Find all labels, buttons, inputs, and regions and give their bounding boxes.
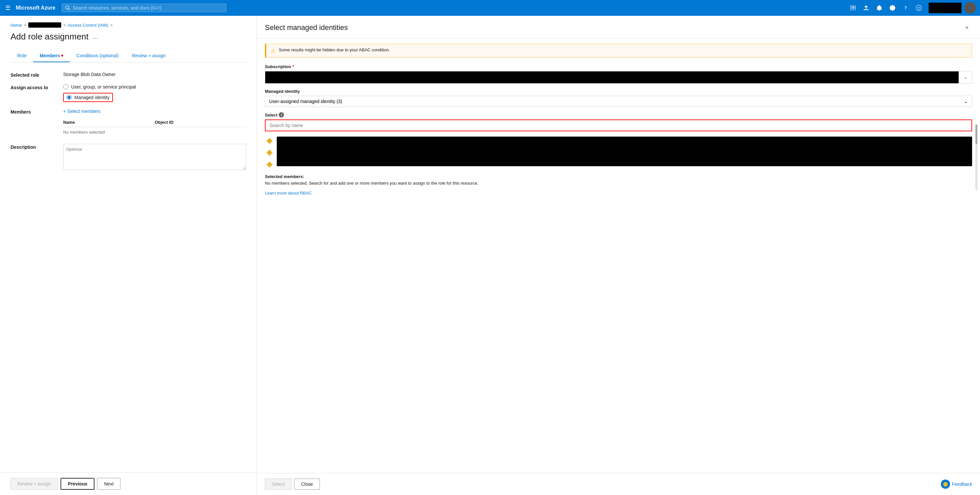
members-table-body: No members selected: [63, 127, 246, 137]
tab-members[interactable]: Members: [33, 50, 70, 62]
global-search-bar[interactable]: [62, 4, 226, 12]
selected-role-value: Storage Blob Data Owner: [63, 72, 246, 77]
selected-members-info: Selected members: No members selected. S…: [265, 173, 972, 186]
description-textarea[interactable]: [63, 144, 246, 170]
review-assign-button[interactable]: Review + assign: [11, 478, 58, 490]
subscription-label: Subscription *: [265, 64, 972, 69]
upload-icon[interactable]: [860, 2, 872, 14]
assign-access-row: Assign access to User, group, or service…: [11, 84, 246, 102]
user-avatar[interactable]: [964, 2, 976, 14]
description-row: Description: [11, 144, 246, 171]
breadcrumb: Home > > Access Control (IAM) >: [11, 22, 246, 28]
search-by-name-input[interactable]: [266, 120, 972, 131]
breadcrumb-sep-1: >: [24, 23, 27, 28]
subscription-masked-value: [265, 72, 959, 83]
radio-user-group-input[interactable]: [63, 84, 68, 89]
settings-icon[interactable]: [886, 2, 898, 14]
managed-identity-dropdown[interactable]: User-assigned managed identity (3) ⌄: [265, 96, 972, 107]
breadcrumb-resource-masked: [28, 22, 61, 28]
feedback-button[interactable]: 🙂 Feedback: [941, 479, 972, 489]
next-button[interactable]: Next: [97, 478, 121, 490]
radio-managed-identity[interactable]: Managed identity: [63, 93, 246, 102]
members-table-header: Name Object ID: [63, 118, 246, 127]
warning-banner: ⚠ Some results might be hidden due to yo…: [265, 44, 972, 57]
flyout-close-btn[interactable]: Close: [294, 479, 320, 490]
assign-access-label: Assign access to: [11, 84, 63, 90]
help-icon[interactable]: [900, 2, 912, 14]
subscription-dropdown[interactable]: ⌄: [265, 71, 972, 84]
tab-review-assign[interactable]: Review + assign: [126, 50, 172, 62]
col-name-header: Name: [63, 120, 155, 125]
feedback-icon: 🙂: [941, 479, 950, 489]
managed-identity-field-label: Managed identity: [265, 89, 972, 94]
warning-text: Some results might be hidden due to your…: [279, 48, 390, 53]
identity-list-masked: [277, 137, 972, 166]
radio-managed-identity-label[interactable]: Managed identity: [74, 95, 110, 100]
col-objectid-header: Object ID: [155, 120, 246, 125]
select-info-icon[interactable]: i: [279, 112, 284, 118]
warning-icon: ⚠: [271, 48, 275, 54]
members-tab-dot: [61, 55, 63, 57]
breadcrumb-home[interactable]: Home: [11, 23, 22, 28]
managed-identity-field: Managed identity User-assigned managed i…: [265, 89, 972, 107]
select-field-label: Select i: [265, 112, 972, 118]
flyout-scrollbar-thumb: [975, 124, 977, 144]
flyout-bottom-buttons: Select Close 🙂 Feedback: [257, 473, 980, 495]
flyout-header: Select managed identities ×: [257, 16, 980, 38]
feedback-nav-icon[interactable]: [913, 2, 925, 14]
page-title-more-options[interactable]: ...: [92, 33, 98, 40]
feedback-label: Feedback: [952, 482, 972, 487]
managed-identity-chevron-icon: ⌄: [964, 99, 968, 104]
subscription-field: Subscription * ⌄: [265, 64, 972, 84]
page-title: Add role assignment: [11, 32, 89, 42]
members-label: Members: [11, 108, 63, 115]
radio-user-group-label[interactable]: User, group, or service principal: [71, 84, 136, 89]
description-label: Description: [11, 144, 63, 150]
wizard-tabs: Role Members Conditions (optional) Revie…: [11, 50, 246, 62]
selected-members-desc: No members selected. Search for and add …: [265, 181, 479, 186]
nav-icons: [847, 2, 976, 14]
tab-conditions[interactable]: Conditions (optional): [70, 50, 125, 62]
azure-logo: Microsoft Azure: [16, 5, 55, 11]
no-members-text: No members selected: [63, 130, 105, 135]
radio-managed-identity-input[interactable]: [67, 95, 72, 100]
cloud-shell-icon[interactable]: [847, 2, 859, 14]
search-input[interactable]: [73, 5, 223, 11]
radio-group: User, group, or service principal Manage…: [63, 84, 246, 102]
subscription-required-star: *: [292, 64, 294, 69]
selected-role-row: Selected role Storage Blob Data Owner: [11, 72, 246, 78]
radio-user-group[interactable]: User, group, or service principal: [63, 84, 246, 89]
flyout-scrollbar[interactable]: [975, 124, 977, 190]
flyout-panel: Select managed identities × ⚠ Some resul…: [257, 16, 980, 495]
top-navigation: ☰ Microsoft Azure: [0, 0, 980, 16]
subscription-chevron-icon[interactable]: ⌄: [959, 72, 972, 83]
select-field: Select i: [265, 112, 972, 131]
hamburger-menu[interactable]: ☰: [4, 3, 12, 13]
flyout-content: ⚠ Some results might be hidden due to yo…: [257, 38, 980, 473]
assign-access-value: User, group, or service principal Manage…: [63, 84, 246, 102]
main-container: Home > > Access Control (IAM) > Add role…: [0, 16, 980, 495]
tab-role[interactable]: Role: [11, 50, 33, 62]
selected-members-title: Selected members:: [265, 174, 304, 179]
flyout-select-button[interactable]: Select: [265, 479, 291, 490]
breadcrumb-access-control[interactable]: Access Control (IAM): [68, 23, 108, 28]
flyout-close-button[interactable]: ×: [962, 22, 972, 33]
identity-icon-1: [265, 138, 274, 147]
description-value: [63, 144, 246, 171]
identity-icon-2: [265, 148, 274, 158]
managed-identity-highlight: Managed identity: [63, 93, 113, 102]
select-members-link[interactable]: + Select members: [63, 108, 100, 114]
left-panel: Home > > Access Control (IAM) > Add role…: [0, 16, 257, 495]
identity-list: [265, 137, 972, 168]
members-table: Name Object ID No members selected: [63, 118, 246, 137]
bottom-buttons: Review + assign Previous Next: [0, 472, 257, 495]
identity-icons: [265, 137, 274, 168]
page-title-row: Add role assignment ...: [11, 32, 246, 42]
previous-button[interactable]: Previous: [60, 478, 94, 490]
identity-icon-3: [265, 159, 274, 168]
notifications-icon[interactable]: [873, 2, 885, 14]
rbac-link[interactable]: Learn more about RBAC: [265, 191, 312, 196]
flyout-title: Select managed identities: [265, 23, 348, 32]
selected-role-label: Selected role: [11, 72, 63, 78]
search-icon: [65, 6, 70, 10]
